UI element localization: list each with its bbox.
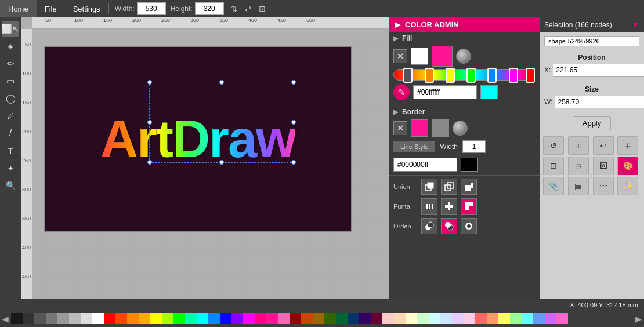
menu-settings[interactable]: Settings (65, 0, 108, 17)
palette-color-20[interactable] (243, 313, 255, 324)
fill-gradient-btn[interactable] (456, 49, 471, 64)
palette-color-24[interactable] (290, 313, 301, 324)
palette-color-41[interactable] (487, 313, 498, 324)
palette-color-0[interactable] (11, 313, 23, 324)
border-width-input[interactable] (462, 140, 486, 153)
nodes-tool-btn[interactable]: ⊹ (568, 136, 589, 155)
grid-icon[interactable]: ⊞ (255, 2, 269, 16)
border-gray-swatch[interactable] (432, 119, 449, 137)
union-btn-2[interactable] (441, 179, 457, 195)
canvas-content[interactable]: ArtDraw (32, 29, 389, 299)
palette-color-3[interactable] (46, 313, 57, 324)
orden-btn-2[interactable] (441, 218, 457, 234)
border-pink-swatch[interactable] (411, 119, 428, 137)
palette-color-22[interactable] (266, 313, 278, 324)
palette-color-16[interactable] (197, 313, 208, 324)
palette-color-12[interactable] (150, 313, 162, 324)
gradient-handle-5[interactable] (487, 68, 497, 83)
palette-color-23[interactable] (278, 313, 290, 324)
punta-btn-2[interactable] (441, 198, 457, 215)
fill-pink-swatch[interactable] (432, 46, 453, 67)
eyedropper-btn[interactable]: ✎ (393, 84, 410, 100)
select-tool[interactable]: ⬜↖ (2, 21, 19, 37)
palette-color-10[interactable] (127, 313, 139, 324)
magic-btn[interactable]: ✨ (617, 177, 638, 195)
ungroup-btn[interactable]: ⊟ (568, 157, 589, 175)
palette-left-arrow[interactable]: ◀ (0, 314, 11, 324)
gradient-handle-6[interactable] (509, 68, 518, 83)
palette-color-7[interactable] (92, 313, 104, 324)
palette-color-42[interactable] (498, 313, 510, 324)
gradient-handle-2[interactable] (425, 68, 434, 83)
orden-btn-3[interactable] (461, 218, 477, 234)
path-reverse-btn[interactable]: ↩ (593, 136, 614, 155)
zoom-tool[interactable]: 🔍 (2, 177, 19, 194)
orden-btn-1[interactable] (421, 218, 437, 234)
fill-none-btn[interactable]: ✕ (393, 49, 407, 63)
palette-color-2[interactable] (34, 313, 46, 324)
palette-color-39[interactable] (464, 313, 475, 324)
fill-white-swatch[interactable] (411, 48, 428, 65)
palette-color-27[interactable] (324, 313, 336, 324)
palette-color-17[interactable] (208, 313, 220, 324)
wave-btn[interactable]: 〰 (593, 177, 614, 195)
width-input[interactable] (137, 2, 166, 15)
line-tool[interactable]: / (2, 125, 19, 141)
palette-color-30[interactable] (359, 313, 371, 324)
canvas-area[interactable]: 50 100 150 200 250 300 350 400 450 500 5… (21, 17, 389, 299)
ellipse-tool[interactable]: ◯ (2, 90, 19, 107)
union-btn-3[interactable] (461, 179, 477, 195)
hatch-btn[interactable]: ▤ (568, 177, 589, 195)
palette-color-37[interactable] (440, 313, 452, 324)
palette-color-29[interactable] (348, 313, 359, 324)
color-wheel-btn[interactable]: 🎨 (617, 157, 638, 175)
punta-btn-3[interactable] (461, 198, 477, 215)
shape-id-input[interactable] (544, 36, 639, 46)
height-input[interactable] (195, 2, 224, 15)
panel-collapse-arrow[interactable]: ▼ (631, 20, 639, 30)
palette-color-35[interactable] (417, 313, 429, 324)
gradient-handle-4[interactable] (466, 68, 476, 83)
star-tool[interactable]: ✦ (2, 160, 19, 176)
palette-color-9[interactable] (115, 313, 127, 324)
menu-file[interactable]: File (37, 0, 65, 17)
union-btn-1[interactable] (421, 179, 437, 195)
palette-right-arrow[interactable]: ▶ (633, 314, 644, 324)
shape-tool[interactable]: ▭ (2, 73, 19, 89)
menu-home[interactable]: Home (0, 0, 37, 17)
gradient-bar[interactable] (393, 69, 535, 81)
w-input[interactable] (555, 96, 644, 108)
node-tool[interactable]: ◈ (2, 38, 19, 54)
flip-h-icon[interactable]: ⇄ (241, 2, 255, 16)
border-gradient-btn[interactable] (453, 121, 468, 136)
flip-v-icon[interactable]: ⇅ (227, 2, 241, 16)
palette-color-33[interactable] (394, 313, 406, 324)
palette-color-1[interactable] (23, 313, 34, 324)
palette-color-19[interactable] (231, 313, 243, 324)
line-style-btn[interactable]: Line Style (393, 141, 435, 152)
palette-color-44[interactable] (522, 313, 533, 324)
punta-btn-1[interactable] (421, 198, 437, 215)
palette-color-5[interactable] (69, 313, 81, 324)
rotate-tool-btn[interactable]: ↺ (543, 136, 564, 155)
pencil-tool[interactable]: ✏ (2, 56, 19, 72)
palette-color-45[interactable] (533, 313, 545, 324)
image-btn[interactable]: 🖼 (593, 157, 614, 175)
palette-color-43[interactable] (510, 313, 522, 324)
palette-color-21[interactable] (255, 313, 266, 324)
gradient-handle-3[interactable] (446, 68, 455, 83)
pen-tool[interactable]: 🖊 (2, 108, 19, 124)
palette-color-34[interactable] (406, 313, 417, 324)
palette-color-6[interactable] (81, 313, 92, 324)
clip-btn[interactable]: 📎 (543, 177, 564, 195)
add-node-btn[interactable]: ＋ (617, 136, 638, 155)
artwork-canvas[interactable]: ArtDraw (44, 46, 352, 232)
palette-color-26[interactable] (313, 313, 324, 324)
x-input[interactable] (553, 64, 644, 77)
palette-color-14[interactable] (173, 313, 185, 324)
palette-color-4[interactable] (57, 313, 69, 324)
palette-color-15[interactable] (185, 313, 197, 324)
palette-color-47[interactable] (556, 313, 568, 324)
palette-color-25[interactable] (301, 313, 313, 324)
apply-button[interactable]: Apply (573, 116, 612, 130)
